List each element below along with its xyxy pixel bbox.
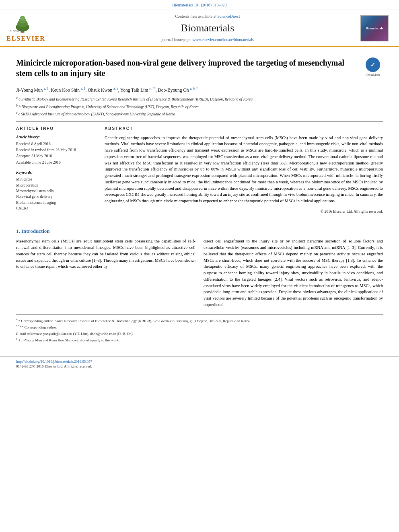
footnotes-section: * * Corresponding author. Korea Research… [16, 314, 383, 343]
introduction-columns: Mesenchymal stem cells (MSCs) are adult … [16, 238, 383, 308]
introduction-right: direct cell engraftment to the injury si… [204, 238, 383, 308]
crossmark-label: CrossMark [366, 73, 380, 77]
available-date: Available online 2 June 2016 [16, 160, 97, 165]
journal-title-block: Contents lists available at ScienceDirec… [55, 14, 360, 43]
abstract-text: Genetic engineering approaches to improv… [105, 135, 383, 204]
svg-text:ELSEVIER: ELSEVIER [10, 30, 23, 33]
keyword-5: Bioluminescence imaging [16, 200, 97, 205]
affiliation-c: c c SKKU Advanced Institute of Nanotechn… [16, 111, 383, 117]
issn-line: 0142-9612/© 2016 Elsevier Ltd. All right… [16, 364, 383, 369]
bottom-bar: http://dx.doi.org/10.1016/j.biomaterials… [0, 356, 399, 372]
journal-citation: Biomaterials 101 (2016) 310–320 [0, 0, 399, 10]
keywords-block: Keywords: Minicircle Microporation Mesen… [16, 170, 97, 211]
footnote-emails: E-mail addresses: yongtaik@skku.edu (Y.T… [16, 331, 383, 337]
keyword-2: Microporation [16, 183, 97, 188]
section-divider [16, 121, 383, 122]
footnote-corresponding2: ** ** Corresponding author. [16, 325, 383, 330]
accepted-date: Accepted 31 May 2016 [16, 154, 97, 159]
footnote-corresponding1: * * Corresponding author. Korea Research… [16, 318, 383, 324]
info-abstract-section: ARTICLE INFO Article history: Received 8… [16, 126, 383, 215]
journal-title: Biomaterials [55, 21, 360, 35]
article-info-column: ARTICLE INFO Article history: Received 8… [16, 126, 97, 215]
sciencedirect-link[interactable]: ScienceDirect [217, 14, 240, 18]
full-divider [16, 221, 383, 221]
article-title: Minicircle microporation-based non-viral… [16, 58, 359, 78]
journal-thumbnail: Biomaterials [360, 15, 389, 41]
introduction-heading: 1. Introduction [16, 228, 383, 235]
article-body: Minicircle microporation-based non-viral… [0, 47, 399, 352]
keyword-3: Mesenchymal stem cells [16, 189, 97, 194]
abstract-heading: ABSTRACT [105, 126, 383, 131]
journal-homepage-link[interactable]: www.elsevier.com/locate/biomaterials [192, 37, 254, 42]
history-label: Article history: [16, 135, 97, 140]
elsevier-logo: ELSEVIER ELSEVIER [6, 13, 55, 43]
doi-link[interactable]: http://dx.doi.org/10.1016/j.biomaterials… [16, 359, 92, 364]
article-info-heading: ARTICLE INFO [16, 126, 97, 131]
journal-header: ELSEVIER ELSEVIER Contents lists availab… [0, 10, 399, 47]
revised-date: Received in revised form 26 May 2016 [16, 148, 97, 153]
contents-available: Contents lists available at ScienceDirec… [55, 14, 360, 19]
authors-line: Ji-Young Mun a, 1, Keun Koo Shin a, 1, O… [16, 86, 383, 93]
affiliation-b: b b Biosystems and Bioengineering Progra… [16, 103, 383, 110]
journal-homepage: journal homepage: www.elsevier.com/locat… [55, 37, 360, 43]
elsevier-text: ELSEVIER [6, 34, 45, 43]
affiliation-a: a a Synthetic Biology and Bioengineering… [16, 96, 383, 102]
journal-thumbnail-block: Biomaterials [360, 15, 393, 41]
keyword-4: Non-viral gene delivery [16, 194, 97, 199]
article-history: Article history: Received 8 April 2016 R… [16, 135, 97, 165]
introduction-left: Mesenchymal stem cells (MSCs) are adult … [16, 238, 195, 308]
elsevier-logo-block: ELSEVIER ELSEVIER [6, 13, 55, 43]
affiliations-block: a a Synthetic Biology and Bioengineering… [16, 96, 383, 117]
keyword-6: CXCR4 [16, 206, 97, 211]
introduction-section: 1. Introduction Mesenchymal stem cells (… [16, 228, 383, 308]
crossmark-block: ✓ CrossMark [363, 58, 383, 77]
abstract-column: ABSTRACT Genetic engineering approaches … [105, 126, 383, 215]
svg-point-4 [20, 16, 25, 20]
doi-line: http://dx.doi.org/10.1016/j.biomaterials… [16, 359, 383, 364]
crossmark-icon: ✓ [366, 58, 380, 72]
received-date: Received 8 April 2016 [16, 142, 97, 147]
keyword-1: Minicircle [16, 177, 97, 182]
keywords-title: Keywords: [16, 170, 97, 175]
elsevier-tree-icon: ELSEVIER [6, 13, 39, 33]
copyright-line: © 2016 Elsevier Ltd. All rights reserved… [105, 207, 383, 214]
footnote-equal-contrib: 1 1 Ji-Young Mun and Keun Koo Shin contr… [16, 337, 383, 343]
article-title-section: Minicircle microporation-based non-viral… [16, 58, 383, 82]
